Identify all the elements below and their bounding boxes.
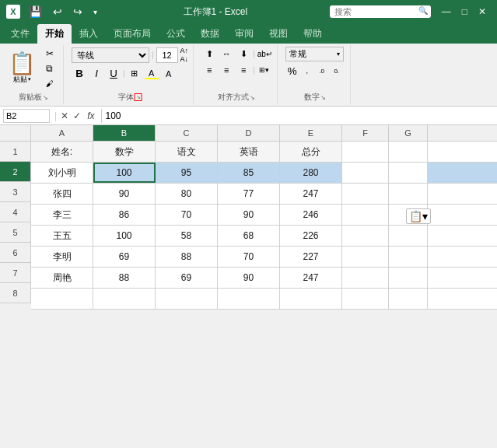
cancel-formula-icon[interactable]: ✕ bbox=[58, 110, 71, 122]
clipboard-expand-icon[interactable]: ↘ bbox=[43, 94, 48, 101]
cell-g6[interactable] bbox=[389, 247, 428, 267]
copy-button[interactable]: ⧉ bbox=[43, 61, 57, 75]
cell-c4[interactable]: 70 bbox=[156, 205, 218, 225]
tab-pagelayout[interactable]: 页面布局 bbox=[106, 24, 159, 44]
bold-button[interactable]: B bbox=[72, 66, 87, 82]
cell-d3[interactable]: 77 bbox=[218, 184, 280, 204]
row-header-7[interactable]: 7 bbox=[0, 263, 31, 283]
cell-b5[interactable]: 100 bbox=[93, 226, 156, 246]
font-increase-button[interactable]: A↑ bbox=[180, 47, 189, 55]
col-header-e[interactable]: E bbox=[280, 125, 342, 141]
cell-a7[interactable]: 周艳 bbox=[31, 268, 93, 288]
maximize-button[interactable]: □ bbox=[457, 5, 472, 19]
tab-view[interactable]: 视图 bbox=[261, 24, 296, 44]
cell-g1[interactable] bbox=[389, 142, 428, 162]
cell-d4[interactable]: 90 bbox=[218, 205, 280, 225]
cell-f8[interactable] bbox=[342, 289, 389, 309]
tab-formulas[interactable]: 公式 bbox=[159, 24, 193, 44]
tab-review[interactable]: 审阅 bbox=[227, 24, 261, 44]
cell-a2[interactable]: 刘小明 bbox=[31, 163, 93, 183]
row-header-2[interactable]: 2 bbox=[0, 162, 31, 182]
cell-b1[interactable]: 数学 bbox=[93, 142, 156, 162]
align-expand-icon[interactable]: ↘ bbox=[250, 94, 255, 101]
cell-b4[interactable]: 86 bbox=[93, 205, 156, 225]
tab-help[interactable]: 帮助 bbox=[296, 24, 330, 44]
font-decrease-button[interactable]: A↓ bbox=[180, 55, 189, 64]
cell-c5[interactable]: 58 bbox=[156, 226, 218, 246]
paste-button[interactable]: 📋 粘贴▾ bbox=[3, 45, 41, 92]
confirm-formula-icon[interactable]: ✓ bbox=[71, 110, 83, 122]
number-expand-icon[interactable]: ↘ bbox=[320, 94, 326, 101]
cell-a4[interactable]: 李三 bbox=[31, 205, 93, 225]
percent-button[interactable]: % bbox=[285, 64, 299, 78]
align-bottom-button[interactable]: ⬇ bbox=[236, 47, 251, 61]
cell-g5[interactable] bbox=[389, 226, 428, 246]
tab-data[interactable]: 数据 bbox=[193, 24, 227, 44]
quick-access-toolbar[interactable]: 💾 ↩ ↪ ▾ bbox=[25, 4, 101, 19]
align-top-button[interactable]: ⬆ bbox=[201, 47, 217, 61]
cell-f4[interactable] bbox=[342, 205, 389, 225]
cell-c6[interactable]: 88 bbox=[156, 247, 218, 267]
row-header-5[interactable]: 5 bbox=[0, 222, 31, 243]
cell-e1[interactable]: 总分 bbox=[280, 142, 342, 162]
decrease-decimal-button[interactable]: 0. bbox=[330, 64, 344, 78]
col-header-b[interactable]: B bbox=[93, 125, 156, 141]
close-button[interactable]: ✕ bbox=[474, 5, 491, 19]
increase-decimal-button[interactable]: .0 bbox=[315, 64, 329, 78]
cell-f3[interactable] bbox=[342, 184, 389, 204]
formula-input[interactable] bbox=[105, 110, 494, 121]
row-header-1[interactable]: 1 bbox=[0, 142, 31, 162]
wrap-text-button[interactable]: ab↵ bbox=[257, 47, 272, 61]
align-right-button[interactable]: ≡ bbox=[236, 63, 251, 77]
align-center-button[interactable]: ≡ bbox=[219, 63, 234, 77]
align-left-button[interactable]: ≡ bbox=[201, 63, 217, 77]
cell-g8[interactable] bbox=[389, 289, 428, 309]
undo-icon[interactable]: ↩ bbox=[49, 4, 66, 19]
cell-d8[interactable] bbox=[218, 289, 280, 309]
search-area[interactable] bbox=[330, 5, 431, 18]
fill-color-button[interactable]: A bbox=[144, 66, 159, 82]
cell-b2[interactable]: 100 bbox=[93, 163, 156, 183]
select-all-button[interactable] bbox=[0, 125, 31, 141]
format-painter-button[interactable]: 🖌 bbox=[43, 76, 57, 90]
cell-e3[interactable]: 247 bbox=[280, 184, 342, 204]
cell-f5[interactable] bbox=[342, 226, 389, 246]
cell-d5[interactable]: 68 bbox=[218, 226, 280, 246]
col-header-a[interactable]: A bbox=[31, 125, 93, 141]
cell-a6[interactable]: 李明 bbox=[31, 247, 93, 267]
cell-b7[interactable]: 88 bbox=[93, 268, 156, 288]
cell-c1[interactable]: 语文 bbox=[156, 142, 218, 162]
cell-b6[interactable]: 69 bbox=[93, 247, 156, 267]
font-family-select[interactable]: 等线 bbox=[72, 47, 149, 63]
font-color-button[interactable]: A bbox=[161, 66, 177, 82]
undo2-icon[interactable]: ▾ bbox=[89, 6, 101, 18]
cell-g2[interactable] bbox=[389, 163, 428, 183]
save-icon[interactable]: 💾 bbox=[25, 4, 46, 19]
cell-e7[interactable]: 247 bbox=[280, 268, 342, 288]
merge-center-button[interactable]: ⊞▾ bbox=[257, 63, 272, 77]
tab-insert[interactable]: 插入 bbox=[72, 24, 106, 44]
col-header-c[interactable]: C bbox=[156, 125, 218, 141]
tab-file[interactable]: 文件 bbox=[3, 24, 37, 44]
number-format-select[interactable]: 常规▾ bbox=[285, 47, 344, 61]
cell-e2[interactable]: 280 bbox=[280, 163, 342, 183]
col-header-g[interactable]: G bbox=[389, 125, 428, 141]
tab-home[interactable]: 开始 bbox=[37, 24, 72, 44]
cell-g3[interactable] bbox=[389, 184, 428, 204]
insert-function-icon[interactable]: fx bbox=[83, 110, 98, 122]
cell-a1[interactable]: 姓名: bbox=[31, 142, 93, 162]
cell-e5[interactable]: 226 bbox=[280, 226, 342, 246]
cell-e4[interactable]: 246 bbox=[280, 205, 342, 225]
cell-f6[interactable] bbox=[342, 247, 389, 267]
search-input[interactable] bbox=[330, 5, 431, 18]
cell-e6[interactable]: 227 bbox=[280, 247, 342, 267]
cut-button[interactable]: ✂ bbox=[43, 47, 57, 61]
border-button[interactable]: ⊞ bbox=[127, 66, 142, 82]
row-header-8[interactable]: 8 bbox=[0, 283, 31, 303]
cell-a3[interactable]: 张四 bbox=[31, 184, 93, 204]
font-size-input[interactable] bbox=[156, 47, 178, 63]
row-header-6[interactable]: 6 bbox=[0, 243, 31, 263]
minimize-button[interactable]: — bbox=[437, 5, 456, 19]
cell-d6[interactable]: 70 bbox=[218, 247, 280, 267]
italic-button[interactable]: I bbox=[89, 66, 104, 82]
